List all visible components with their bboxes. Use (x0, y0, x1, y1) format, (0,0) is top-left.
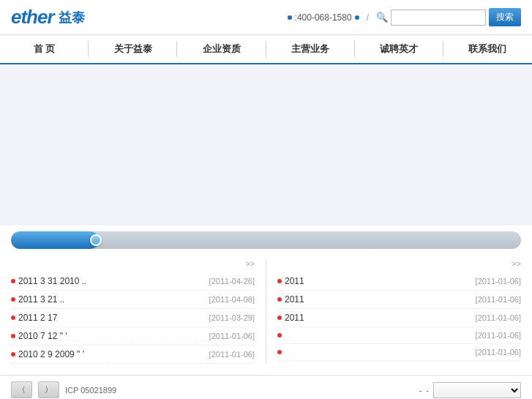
slider-progress (11, 231, 99, 249)
nav-link-home[interactable]: 首 页 (0, 35, 89, 63)
left-news-item-0: 2011 3 31 2010 .. [2011-04-26] (11, 272, 255, 291)
news-date: [2011-04-08] (209, 295, 255, 304)
footer-select[interactable] (433, 382, 521, 398)
main-nav: 首 页 关于益泰 企业资质 主营业务 诚聘英才 联系我们 (0, 35, 532, 64)
right-news-item-0: 2011 [2011-01-06] (277, 272, 521, 291)
right-news-item-2: 2011 [2011-01-06] (277, 309, 521, 327)
footer-left: 〈 〉 ICP 05021899 (11, 381, 116, 398)
column-divider (266, 258, 266, 364)
nav-item-business[interactable]: 主营业务 (266, 35, 355, 63)
news-text: 2011 (285, 313, 473, 323)
nav-item-contact[interactable]: 联系我们 (443, 35, 532, 63)
header: ether 益泰 :400-068-1580 / 🔍 搜索 (0, 0, 532, 35)
content-area: 2011 3 31 2010 .. [2011-04-26] 2011 3 21… (0, 255, 532, 371)
nav-item-about[interactable]: 关于益泰 (89, 35, 177, 63)
news-date: [2011-01-06] (209, 332, 255, 340)
phone-dot-icon (288, 15, 292, 20)
footer-right: - - (419, 382, 521, 398)
news-text: 2010 2 9 2009 " ' (18, 349, 206, 359)
right-more-link[interactable] (277, 258, 521, 269)
bullet-icon (277, 350, 282, 354)
news-date: [2011-01-06] (476, 348, 521, 357)
bullet-icon (11, 334, 15, 338)
left-column: 2011 3 31 2010 .. [2011-04-26] 2011 3 21… (11, 258, 255, 364)
news-date: [2011-03-29] (209, 313, 255, 322)
phone-dot2-icon (355, 15, 359, 20)
bullet-icon (277, 316, 282, 320)
nav-link-about[interactable]: 关于益泰 (89, 35, 177, 63)
nav-link-careers[interactable]: 诚聘英才 (355, 35, 443, 63)
news-date: [2011-01-06] (476, 331, 521, 340)
news-date: [2011-01-06] (209, 350, 255, 359)
nav-link-contact[interactable]: 联系我们 (443, 35, 532, 63)
bullet-icon (11, 297, 15, 302)
news-text: 2011 3 21 .. (18, 294, 206, 305)
bullet-icon (277, 333, 282, 338)
right-news-list: 2011 [2011-01-06] 2011 [2011-01-06] 2011… (277, 272, 521, 361)
search-button[interactable]: 搜索 (489, 8, 521, 26)
phone-label: :400-068-1580 (295, 12, 352, 23)
logo-ether-text: ether (11, 6, 54, 29)
news-text: 2011 3 31 2010 .. (18, 276, 206, 286)
footer-prev-button[interactable]: 〈 (11, 381, 32, 398)
logo-chinese-text: 益泰 (59, 9, 85, 26)
nav-link-business[interactable]: 主营业务 (266, 35, 355, 63)
search-magnifier-icon: 🔍 (376, 12, 388, 23)
footer: 〈 〉 ICP 05021899 - - (0, 375, 532, 399)
left-news-item-1: 2011 3 21 .. [2011-04-08] (11, 291, 255, 309)
left-news-item-4: 2010 2 9 2009 " ' [2011-01-06] (11, 346, 255, 364)
slider-bar[interactable] (11, 231, 521, 249)
slider-handle[interactable] (90, 234, 102, 246)
header-right: :400-068-1580 / 🔍 搜索 (288, 8, 521, 26)
news-text: 2010 7 12 " ' (18, 331, 206, 341)
left-news-item-3: 2010 7 12 " ' [2011-01-06] (11, 327, 255, 346)
footer-next-button[interactable]: 〉 (38, 381, 59, 398)
header-divider: / (367, 12, 369, 23)
news-date: [2011-01-06] (476, 295, 521, 304)
news-text: 2011 (285, 276, 473, 286)
left-news-list: 2011 3 31 2010 .. [2011-04-26] 2011 3 21… (11, 272, 255, 364)
nav-list: 首 页 关于益泰 企业资质 主营业务 诚聘英才 联系我们 (0, 35, 532, 63)
news-text: 2011 (285, 294, 473, 305)
logo: ether 益泰 (11, 6, 85, 29)
right-column: 2011 [2011-01-06] 2011 [2011-01-06] 2011… (277, 258, 521, 364)
left-news-item-2: 2011 2 17 [2011-03-29] (11, 309, 255, 327)
nav-item-qualifications[interactable]: 企业资质 (177, 35, 266, 63)
banner-area (0, 64, 532, 225)
nav-item-careers[interactable]: 诚聘英才 (355, 35, 443, 63)
nav-link-qualifications[interactable]: 企业资质 (177, 35, 266, 63)
news-text: 2011 2 17 (18, 313, 206, 323)
right-news-item-3: [2011-01-06] (277, 327, 521, 344)
select-label1: - (419, 386, 422, 395)
news-date: [2011-04-26] (209, 277, 255, 286)
select-label2: - (426, 386, 429, 395)
news-date: [2011-01-06] (476, 277, 521, 286)
phone-info: :400-068-1580 (288, 12, 359, 23)
bullet-icon (277, 297, 282, 302)
right-news-item-1: 2011 [2011-01-06] (277, 291, 521, 309)
bullet-icon (11, 316, 15, 320)
right-news-item-4: [2011-01-06] (277, 344, 521, 361)
bullet-icon (11, 279, 15, 283)
bullet-icon (277, 279, 282, 283)
news-date: [2011-01-06] (476, 313, 521, 322)
footer-icp: ICP 05021899 (65, 386, 116, 395)
search-input[interactable] (391, 10, 486, 26)
left-more-link[interactable] (11, 258, 255, 269)
nav-item-home[interactable]: 首 页 (0, 35, 89, 63)
main-content: 2011 3 31 2010 .. [2011-04-26] 2011 3 21… (0, 64, 532, 371)
search-box: 🔍 搜索 (376, 8, 521, 26)
bullet-icon (11, 352, 15, 357)
